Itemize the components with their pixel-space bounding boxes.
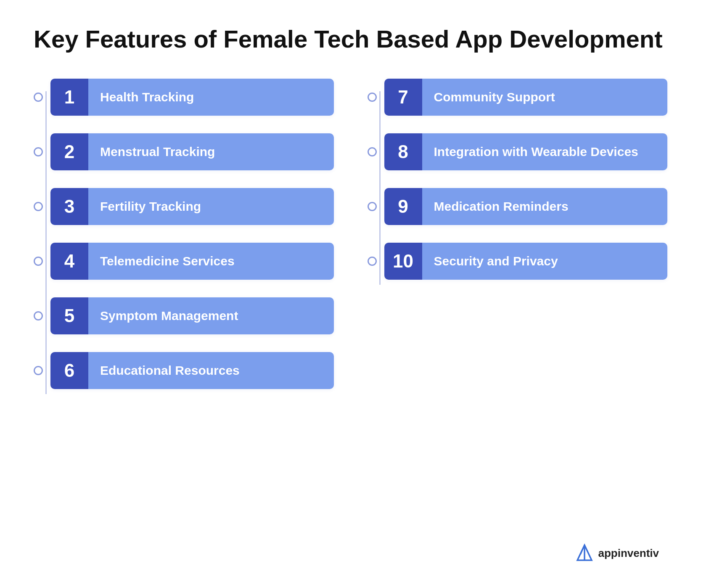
feature-label: Symptom Management bbox=[88, 297, 334, 334]
left-column: 1Health Tracking2Menstrual Tracking3Fert… bbox=[34, 79, 334, 407]
feature-label: Security and Privacy bbox=[422, 243, 668, 280]
timeline-dot bbox=[368, 147, 377, 156]
timeline-dot bbox=[34, 147, 43, 156]
feature-item: 1Health Tracking bbox=[34, 79, 334, 116]
timeline-dot bbox=[34, 93, 43, 102]
timeline-dot bbox=[34, 257, 43, 266]
feature-card: 7Community Support bbox=[384, 79, 668, 116]
feature-item: 8Integration with Wearable Devices bbox=[368, 133, 668, 170]
feature-item: 3Fertility Tracking bbox=[34, 188, 334, 225]
timeline-dot bbox=[368, 202, 377, 211]
feature-label: Medication Reminders bbox=[422, 188, 668, 225]
feature-card: 3Fertility Tracking bbox=[50, 188, 334, 225]
feature-item: 4Telemedicine Services bbox=[34, 243, 334, 280]
feature-number: 4 bbox=[50, 243, 88, 280]
timeline-dot bbox=[368, 93, 377, 102]
timeline-dot bbox=[34, 202, 43, 211]
feature-card: 9Medication Reminders bbox=[384, 188, 668, 225]
feature-card: 6Educational Resources bbox=[50, 352, 334, 389]
feature-number: 5 bbox=[50, 297, 88, 334]
feature-card: 4Telemedicine Services bbox=[50, 243, 334, 280]
feature-item: 2Menstrual Tracking bbox=[34, 133, 334, 170]
brand-logo: appinventiv bbox=[575, 543, 659, 563]
feature-item: 9Medication Reminders bbox=[368, 188, 668, 225]
feature-number: 8 bbox=[384, 133, 422, 170]
feature-label: Fertility Tracking bbox=[88, 188, 334, 225]
timeline-dot bbox=[34, 311, 43, 320]
feature-card: 8Integration with Wearable Devices bbox=[384, 133, 668, 170]
feature-label: Menstrual Tracking bbox=[88, 133, 334, 170]
feature-item: 10Security and Privacy bbox=[368, 243, 668, 280]
feature-card: 1Health Tracking bbox=[50, 79, 334, 116]
feature-number: 9 bbox=[384, 188, 422, 225]
feature-card: 5Symptom Management bbox=[50, 297, 334, 334]
feature-item: 7Community Support bbox=[368, 79, 668, 116]
feature-label: Community Support bbox=[422, 79, 668, 116]
feature-number: 7 bbox=[384, 79, 422, 116]
brand-name: appinventiv bbox=[598, 547, 659, 560]
feature-number: 1 bbox=[50, 79, 88, 116]
feature-number: 3 bbox=[50, 188, 88, 225]
right-column: 7Community Support8Integration with Wear… bbox=[368, 79, 668, 297]
feature-number: 6 bbox=[50, 352, 88, 389]
feature-card: 2Menstrual Tracking bbox=[50, 133, 334, 170]
timeline-dot bbox=[34, 366, 43, 375]
page-title: Key Features of Female Tech Based App De… bbox=[34, 25, 667, 53]
timeline-dot bbox=[368, 257, 377, 266]
feature-card: 10Security and Privacy bbox=[384, 243, 668, 280]
feature-item: 6Educational Resources bbox=[34, 352, 334, 389]
feature-label: Telemedicine Services bbox=[88, 243, 334, 280]
feature-label: Health Tracking bbox=[88, 79, 334, 116]
feature-number: 10 bbox=[384, 243, 422, 280]
brand-icon bbox=[575, 543, 594, 563]
feature-number: 2 bbox=[50, 133, 88, 170]
features-content: 1Health Tracking2Menstrual Tracking3Fert… bbox=[34, 79, 667, 407]
feature-label: Integration with Wearable Devices bbox=[422, 133, 668, 170]
feature-label: Educational Resources bbox=[88, 352, 334, 389]
feature-item: 5Symptom Management bbox=[34, 297, 334, 334]
